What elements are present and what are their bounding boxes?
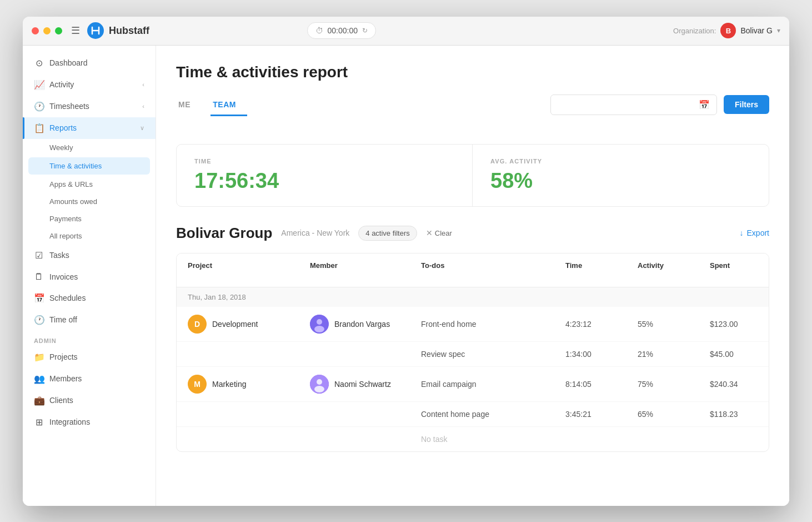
sidebar-sub-time-activities[interactable]: Time & activities [28, 157, 150, 175]
org-chevron-icon[interactable]: ▾ [777, 27, 780, 34]
timer-arrow-icon: ↻ [362, 27, 368, 34]
sidebar-label-invoices: Invoices [49, 272, 144, 281]
sidebar-item-projects[interactable]: 📁 Projects [23, 346, 156, 368]
data-table: Project Member To-dos Time Activity Spen… [176, 253, 769, 452]
time-cell-4: 3:45:21 [565, 410, 638, 419]
export-down-icon: ↓ [740, 228, 744, 237]
export-button[interactable]: ↓ Export [740, 228, 769, 237]
timesheets-chevron-icon: ‹ [142, 103, 144, 110]
sidebar-label-time-off: Time off [49, 315, 144, 324]
sidebar-sub-weekly[interactable]: Weekly [23, 139, 156, 156]
col-header-activity: Activity [638, 261, 710, 279]
calendar-icon[interactable]: 📅 [699, 100, 710, 110]
time-cell-1: 4:23:12 [565, 320, 638, 329]
timesheets-icon: 🕐 [34, 101, 44, 112]
export-label: Export [747, 228, 769, 237]
invoices-icon: 🗒 [34, 272, 44, 282]
titlebar: ☰ Hubstaff ⏱ 00:00:00 ↻ Organization: B … [23, 17, 789, 46]
clear-x-icon: ✕ [426, 228, 433, 237]
sidebar-item-integrations[interactable]: ⊞ Integrations [23, 411, 156, 433]
window-controls [32, 27, 62, 34]
content-area: Time & activities report ME TEAM 📅 Filte… [156, 46, 789, 506]
member-avatar-brandon [310, 315, 329, 334]
app-name: Hubstaff [109, 25, 149, 37]
time-off-icon: 🕐 [34, 315, 44, 325]
sidebar-sub-all-reports[interactable]: All reports [23, 227, 156, 245]
close-button[interactable] [32, 27, 39, 34]
sidebar-label-schedules: Schedules [49, 294, 144, 302]
date-range-field[interactable] [558, 101, 694, 109]
project-cell-marketing: M Marketing [188, 375, 310, 394]
col-header-member: Member [310, 261, 421, 279]
tabs-row: ME TEAM [176, 95, 256, 116]
todo-cell-email: Email campaign [421, 380, 565, 389]
sidebar-item-invoices[interactable]: 🗒 Invoices [23, 266, 156, 287]
naomi-avatar-img [310, 375, 329, 394]
table-row: D Development Brandon Vargas [177, 307, 769, 342]
svg-point-6 [314, 386, 324, 392]
org-section[interactable]: Organization: B Bolivar G ▾ [673, 23, 780, 38]
timer-icon: ⏱ [315, 26, 323, 35]
filter-controls: 📅 Filters [550, 95, 769, 115]
activity-chevron-icon: ‹ [142, 81, 144, 88]
sidebar-label-tasks: Tasks [49, 251, 144, 260]
time-cell-2: 1:34:00 [565, 350, 638, 359]
sidebar-item-dashboard[interactable]: ⊙ Dashboard [23, 52, 156, 74]
date-group-row: Thu, Jan 18, 2018 [177, 287, 769, 307]
sidebar-sub-payments[interactable]: Payments [23, 210, 156, 227]
spent-cell-1: $123.00 [710, 320, 769, 329]
reports-icon: 📋 [34, 123, 44, 133]
sidebar-label-members: Members [49, 374, 144, 383]
table-header: Project Member To-dos Time Activity Spen… [177, 253, 769, 287]
tab-team[interactable]: TEAM [210, 95, 247, 116]
reports-chevron-icon: ∨ [140, 125, 144, 132]
sidebar-sub-amounts-owed[interactable]: Amounts owed [23, 193, 156, 210]
sidebar-label-clients: Clients [49, 396, 144, 405]
sidebar-item-tasks[interactable]: ☑ Tasks [23, 245, 156, 266]
spent-cell-4: $118.23 [710, 410, 769, 419]
main-layout: ⊙ Dashboard 📈 Activity ‹ 🕐 Timesheets ‹ … [23, 46, 789, 506]
stats-row: TIME 17:56:34 AVG. ACTIVITY 58% [176, 144, 769, 207]
member-name-brandon: Brandon Vargas [334, 320, 390, 329]
activity-icon: 📈 [34, 79, 44, 90]
menu-icon[interactable]: ☰ [71, 24, 80, 37]
timer-widget[interactable]: ⏱ 00:00:00 ↻ [307, 22, 377, 39]
sidebar-item-members[interactable]: 👥 Members [23, 368, 156, 390]
sidebar: ⊙ Dashboard 📈 Activity ‹ 🕐 Timesheets ‹ … [23, 46, 156, 506]
minimize-button[interactable] [43, 27, 51, 34]
schedules-icon: 📅 [34, 293, 44, 304]
table-row: Content home page 3:45:21 65% $118.23 [177, 402, 769, 427]
col-header-spent: Spent [710, 261, 769, 279]
member-cell-brandon: Brandon Vargas [310, 315, 421, 334]
sidebar-item-clients[interactable]: 💼 Clients [23, 390, 156, 411]
table-row: Review spec 1:34:00 21% $45.00 [177, 342, 769, 367]
clients-icon: 💼 [34, 395, 44, 406]
projects-icon: 📁 [34, 352, 44, 362]
maximize-button[interactable] [55, 27, 62, 34]
filters-button[interactable]: Filters [724, 95, 769, 114]
member-avatar-naomi [310, 375, 329, 394]
sidebar-item-schedules[interactable]: 📅 Schedules [23, 287, 156, 309]
tab-me[interactable]: ME [176, 95, 202, 116]
svg-point-5 [317, 379, 322, 385]
clear-label: Clear [435, 229, 452, 237]
clear-filters-button[interactable]: ✕ Clear [426, 228, 452, 237]
tabs-and-filters: ME TEAM 📅 Filters [176, 95, 769, 128]
sidebar-item-timesheets[interactable]: 🕐 Timesheets ‹ [23, 96, 156, 117]
sidebar-item-time-off[interactable]: 🕐 Time off [23, 309, 156, 331]
timer-display: 00:00:00 [328, 26, 358, 35]
brandon-avatar-img [310, 315, 329, 334]
member-cell-naomi: Naomi Schwartz [310, 375, 421, 394]
hubstaff-logo [87, 22, 104, 39]
stat-card-activity: AVG. ACTIVITY 58% [473, 145, 769, 206]
activity-cell-2: 21% [638, 350, 710, 359]
sidebar-item-activity[interactable]: 📈 Activity ‹ [23, 74, 156, 96]
sidebar-label-activity: Activity [49, 80, 137, 89]
sidebar-item-reports[interactable]: 📋 Reports ∨ [23, 117, 156, 139]
date-range-input[interactable]: 📅 [550, 95, 717, 115]
project-name-development: Development [212, 320, 258, 329]
org-avatar: B [720, 23, 736, 38]
table-row: No task [177, 427, 769, 451]
sidebar-sub-apps-urls[interactable]: Apps & URLs [23, 176, 156, 193]
stat-card-time: TIME 17:56:34 [177, 145, 473, 206]
